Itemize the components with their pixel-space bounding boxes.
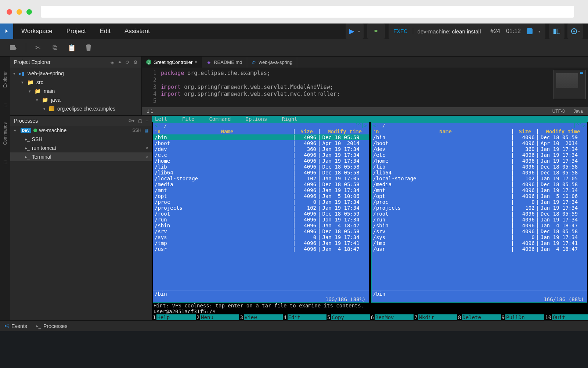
cut-button[interactable]: ✂	[33, 44, 43, 52]
rail-icon[interactable]: ⬚	[3, 159, 7, 165]
collapse-icon[interactable]: ✦	[118, 59, 122, 65]
mc-file-row[interactable]: /etc|4096|Jan 19 17:34	[372, 152, 587, 158]
mc-fkey[interactable]: 4Edit	[283, 314, 327, 320]
mc-menu-item[interactable]: Command	[209, 116, 231, 122]
mc-file-row[interactable]: /usr|4096|Jan 4 18:47	[372, 246, 587, 252]
maximize-window[interactable]	[26, 9, 32, 15]
mc-file-row[interactable]: /mnt|4096|Jan 19 17:34	[372, 187, 587, 193]
tree-folder[interactable]: ▾📁java	[10, 95, 141, 104]
mc-file-row[interactable]: /mnt|4096|Jan 19 17:34	[153, 187, 369, 193]
mc-menu-item[interactable]: Left	[155, 116, 167, 122]
menu-workspace[interactable]: Workspace	[21, 28, 53, 35]
refresh-icon[interactable]: ⟳	[126, 59, 130, 65]
mc-file-row[interactable]: /bin|4096|Dec 18 05:59	[153, 134, 369, 140]
code-content[interactable]: package org.eclipse.che.examples; import…	[161, 68, 340, 107]
mc-file-row[interactable]: /tmp|4096|Jan 19 17:41	[372, 240, 587, 246]
delete-button[interactable]	[83, 44, 94, 51]
mc-file-row[interactable]: /boot|4096|Apr 10 2014	[153, 140, 369, 146]
mc-fkey[interactable]: 7Mkdir	[414, 314, 457, 320]
mc-pane[interactable]: <- /.[^]>'nName|Size|Modify time/bin|409…	[153, 122, 369, 303]
mc-file-row[interactable]: /root|4096|Dec 18 05:59	[153, 211, 369, 217]
menu-edit[interactable]: Edit	[100, 28, 111, 35]
mc-file-row[interactable]: /local-storage|102|Jan 19 17:05	[153, 176, 369, 181]
mc-file-row[interactable]: /lib|4096|Dec 18 05:58	[372, 164, 587, 170]
mc-file-row[interactable]: /home|4096|Jan 19 17:34	[153, 158, 369, 164]
menu-assistant[interactable]: Assistant	[125, 28, 150, 35]
mc-file-row[interactable]: /lib|4096|Dec 18 05:58	[153, 164, 369, 170]
mc-fkey[interactable]: 5Copy	[327, 314, 370, 320]
mc-file-row[interactable]: /proc|0|Jan 19 17:34	[153, 199, 369, 205]
mc-file-row[interactable]: /tmp|4096|Jan 19 17:41	[153, 240, 369, 246]
mc-fkey[interactable]: 8Delete	[457, 314, 501, 320]
mc-file-row[interactable]: /sbin|4096|Jan 4 18:47	[372, 223, 587, 228]
terminal-panel-button[interactable]	[549, 24, 564, 39]
mc-fkeys[interactable]: 1Help2Menu3View4Edit5Copy6RenMov7Mkdir8D…	[152, 314, 588, 320]
close-icon[interactable]: ×	[146, 154, 148, 159]
editor-tab[interactable]: ◆ README.md	[202, 57, 247, 68]
mc-fkey[interactable]: 9PullDn	[501, 314, 545, 320]
settings-button[interactable]: ▾	[567, 24, 583, 39]
mc-menu-item[interactable]: File	[182, 116, 195, 122]
mc-file-row[interactable]: /boot|4096|Apr 10 2014	[372, 140, 587, 146]
rail-explorer[interactable]: Explorer	[3, 71, 8, 88]
rail-icon[interactable]: ⬚	[3, 102, 7, 108]
mc-file-row[interactable]: /projects|102|Jan 19 17:34	[153, 205, 369, 211]
gear-icon[interactable]: ⚙▾	[128, 118, 134, 123]
bottom-processes[interactable]: ▸_ Processes	[36, 323, 68, 329]
mc-file-row[interactable]: /local-storage|102|Jan 19 17:05	[372, 176, 587, 181]
close-window[interactable]	[7, 9, 12, 15]
mc-file-row[interactable]: /srv|4096|Dec 18 05:58	[372, 228, 587, 234]
minimize-icon[interactable]: −	[146, 118, 148, 123]
mc-file-row[interactable]: /projects|102|Jan 19 17:34	[372, 205, 587, 211]
mc-file-row[interactable]: /etc|4096|Jan 19 17:34	[153, 152, 369, 158]
maximize-icon[interactable]: ▢	[138, 118, 142, 123]
sidebar-toggle[interactable]	[0, 24, 13, 39]
link-icon[interactable]: ◈	[111, 59, 114, 65]
minimize-window[interactable]	[17, 9, 22, 15]
mc-file-row[interactable]: /opt|4096|Jan 5 10:06	[153, 193, 369, 199]
mc-file-row[interactable]: /media|4096|Dec 18 05:58	[372, 181, 587, 187]
editor-tab[interactable]: C GreetingController ×	[142, 57, 202, 68]
mc-file-row[interactable]: /srv|4096|Dec 18 05:58	[153, 228, 369, 234]
process-machine[interactable]: ▾ DEV ws-machine SSH ▦	[10, 126, 152, 135]
mc-file-row[interactable]: /usr|4096|Jan 4 18:47	[153, 246, 369, 252]
mc-menu-item[interactable]: Right	[282, 116, 297, 122]
mc-file-row[interactable]: /run|4096|Jan 19 17:34	[153, 217, 369, 223]
mc-file-row[interactable]: /sys|0|Jan 19 17:34	[153, 234, 369, 240]
close-icon[interactable]: ×	[146, 145, 148, 151]
mc-file-row[interactable]: /proc|0|Jan 19 17:34	[372, 199, 587, 205]
file-language[interactable]: Java	[574, 109, 583, 114]
dropdown-icon[interactable]: ▾	[538, 29, 540, 33]
file-encoding[interactable]: UTF-8	[552, 109, 565, 114]
tree-folder[interactable]: ▾📁main	[10, 87, 141, 95]
minimap[interactable]	[553, 70, 586, 99]
gear-icon[interactable]: ⚙	[133, 59, 138, 65]
exec-command-bar[interactable]: EXEC dev-machine: clean install #24 01:1…	[389, 24, 545, 39]
copy-button[interactable]: ⧉	[50, 44, 60, 51]
mc-fkey[interactable]: 2Menu	[196, 314, 239, 320]
run-button[interactable]: ▶ ▾	[346, 24, 364, 39]
shell-prompt[interactable]: user@a2051acf31f5:/$	[152, 309, 588, 314]
close-icon[interactable]: ×	[195, 59, 197, 65]
mc-file-row[interactable]: /bin|4096|Dec 18 05:59	[372, 134, 587, 140]
mc-file-row[interactable]: /sbin|4096|Jan 4 18:47	[153, 223, 369, 228]
tree-root[interactable]: ▾▸▮web-java-spring	[10, 69, 141, 78]
debug-button[interactable]: ✶	[367, 24, 385, 39]
mc-fkey[interactable]: 3View	[239, 314, 283, 320]
mc-file-row[interactable]: /sys|0|Jan 19 17:34	[372, 234, 587, 240]
rail-commands[interactable]: Commands	[3, 122, 8, 145]
editor-tab[interactable]: m web-java-spring	[247, 57, 297, 68]
mc-menu-item[interactable]: Options	[245, 116, 267, 122]
mc-file-row[interactable]: /media|4096|Dec 18 05:58	[153, 181, 369, 187]
mc-file-row[interactable]: /opt|4096|Jan 5 10:06	[372, 193, 587, 199]
mc-fkey[interactable]: 6RenMov	[370, 314, 414, 320]
code-editor[interactable]: 12345 package org.eclipse.che.examples; …	[142, 68, 588, 107]
mc-file-row[interactable]: /root|4096|Dec 18 05:59	[372, 211, 587, 217]
mc-fkey[interactable]: 10Quit	[544, 314, 588, 320]
mc-file-row[interactable]: /home|4096|Jan 19 17:34	[372, 158, 587, 164]
mc-file-row[interactable]: /lib64|4096|Dec 18 05:58	[153, 170, 369, 176]
mc-file-row[interactable]: /dev|360|Jan 19 17:34	[153, 146, 369, 152]
mc-menu-bar[interactable]: LeftFileCommandOptionsRight	[152, 116, 588, 122]
tree-folder[interactable]: ▾📁src	[10, 78, 141, 87]
process-tree[interactable]: ▾ DEV ws-machine SSH ▦ ▸_ SSH	[10, 126, 152, 161]
